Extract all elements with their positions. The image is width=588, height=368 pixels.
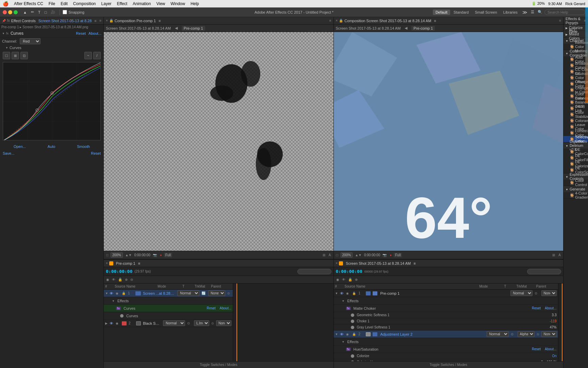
timeline-left-close[interactable]: × (106, 261, 108, 265)
lr1-name[interactable]: Pre-comp 1 (380, 291, 507, 295)
minimize-window-btn[interactable] (8, 10, 12, 14)
maximize-window-btn[interactable] (14, 10, 18, 14)
layer1-solo[interactable]: ◉ (116, 292, 120, 295)
tl-left-time[interactable]: 0:00:00:00 (106, 269, 132, 274)
playhead-right[interactable] (562, 283, 562, 361)
layer2-vis[interactable]: 👁 (110, 321, 114, 325)
lr1-parent[interactable]: None (541, 290, 557, 296)
lr2-parent[interactable]: None (541, 331, 557, 337)
tl-right-expand-btn[interactable]: ⊕ (354, 277, 359, 282)
menu-window[interactable]: Window (170, 1, 185, 6)
comp-left-precomp-tab[interactable]: Pre-comp 1 (182, 26, 205, 31)
layer2-expand[interactable]: ▶ (105, 322, 108, 325)
matte-choker-about[interactable]: About... (545, 306, 556, 310)
effect-color-stabilizer[interactable]: 🎨 Color Stabilizer (564, 111, 588, 118)
layer1-name[interactable]: Screen ...at 8.28.14 AM.png (143, 291, 175, 295)
close-window-btn[interactable] (3, 10, 7, 14)
layer-right-1[interactable]: ▼ 👁 ◉ 🔒 1 Pre-comp 1 Normal ⊙ (334, 290, 558, 297)
lr2-trkmat[interactable]: Alpha (518, 331, 535, 337)
smooth-btn[interactable]: Smooth (77, 144, 90, 149)
lr1-mode[interactable]: Normal (510, 290, 533, 296)
layer-row-1[interactable]: ▼ 👁 ◉ 🔒 1 Screen ...at 8.28.14 AM.png No… (104, 290, 233, 297)
comp-left-quality[interactable]: Full (164, 253, 172, 257)
comp-left-zoom[interactable]: 200% (111, 252, 123, 258)
bottom-bar-left[interactable]: Toggle Switches / Modes (104, 361, 333, 368)
menu-file[interactable]: File (49, 1, 55, 6)
tl-collapse-btn[interactable]: ⊖ (129, 277, 134, 282)
hue-sat-reset[interactable]: Reset (532, 347, 541, 351)
layer2-name[interactable]: Black Solid 1 (143, 321, 160, 325)
tl-right-lock-btn[interactable]: 🔒 (347, 277, 353, 282)
comp-left-grid-btn[interactable]: ⊞ (322, 253, 326, 257)
layer2-trkmat[interactable]: L.Inv (194, 320, 209, 326)
layer1-vis[interactable]: 👁 (110, 291, 114, 295)
lr1-solo[interactable]: ◉ (346, 292, 351, 295)
layer2-parent[interactable]: None (216, 320, 231, 326)
panel-menu-btn[interactable]: ☰ (529, 9, 536, 15)
workspace-small-screen[interactable]: Small Screen (472, 10, 500, 15)
menu-composition[interactable]: Composition (73, 1, 96, 6)
tl-lock-btn[interactable]: 🔒 (117, 277, 123, 282)
playhead-left[interactable] (236, 283, 237, 361)
apple-menu[interactable]: 🍎 (3, 1, 9, 6)
layer-right-2[interactable]: ▼ 👁 ◉ 🔒 2 Adjustment Layer 2 Normal ⊙ (334, 331, 558, 338)
workspace-standard[interactable]: Standard (451, 10, 472, 15)
curves-pencil-btn[interactable]: ⊡ (20, 52, 28, 59)
panel-pin[interactable]: 📌 (2, 19, 6, 22)
comp-right-quality[interactable]: Full (394, 253, 402, 257)
lr1-vis[interactable]: 👁 (340, 291, 345, 295)
bottom-bar-right[interactable]: Toggle Switches / Modes (334, 361, 564, 368)
more-workspaces-btn[interactable]: ≫ (521, 9, 529, 16)
comp-right-display-btn[interactable]: □ (335, 253, 339, 257)
comp-right-alpha-btn[interactable]: A (557, 253, 562, 257)
comp-right-camera-btn[interactable]: 📷 (381, 253, 388, 257)
layer1-mode[interactable]: Normal (177, 290, 199, 296)
comp-right-zoom[interactable]: 200% (341, 252, 353, 258)
curves-square-btn[interactable]: □ (3, 52, 10, 59)
curves-pen-btn[interactable]: / (93, 52, 101, 59)
menu-help[interactable]: Help (191, 1, 199, 6)
curves-canvas[interactable] (3, 62, 101, 140)
curves-spline-btn[interactable]: ~ (84, 52, 92, 59)
comp-panel-left-close[interactable]: × (106, 19, 108, 22)
selection-tool[interactable]: ▲ (22, 10, 28, 15)
comp-right-precomp-tab[interactable]: Pre-comp 1 (411, 26, 435, 31)
comp-panel-right-lock[interactable]: 🔒 (339, 19, 343, 22)
comp-left-camera-btn[interactable]: 📷 (152, 253, 158, 257)
channel-select[interactable]: RedGreenBlueAlpha (20, 38, 40, 44)
matte-choker-reset[interactable]: Reset (532, 306, 541, 310)
tl-right-close[interactable]: × (336, 261, 338, 265)
comp-left-expand-btn[interactable]: ▲▼ (124, 253, 133, 257)
lr2-vis[interactable]: 👁 (340, 332, 345, 336)
comp-left-source[interactable]: Screen Shot 2017-05-13 at 8.28.14 AM (106, 26, 171, 30)
open-btn[interactable]: Open... (14, 144, 26, 149)
fx-curves-about[interactable]: About... (220, 306, 231, 310)
effects-r1-expand[interactable] (342, 299, 345, 303)
comp-panel-right-menu[interactable]: ≡ (559, 19, 561, 22)
tl-right-time[interactable]: 0:00:00:00 (336, 269, 362, 274)
layer1-parent[interactable]: None (208, 290, 225, 296)
auto-btn[interactable]: Auto (48, 144, 55, 149)
hue-sat-row[interactable]: fx Hue/Saturation Reset About... (334, 346, 558, 353)
curves-sub-arrow[interactable] (5, 46, 8, 49)
comp-viewer-right[interactable]: 64° (334, 32, 564, 251)
tl-right-solo-btn[interactable]: ◉ (335, 277, 340, 282)
comp-viewer-left[interactable] (104, 32, 333, 251)
layer1-lock[interactable]: 🔒 (122, 292, 127, 295)
lr2-mode[interactable]: Normal (487, 331, 509, 337)
effects-1-expand[interactable] (112, 299, 115, 303)
fx-curves-row[interactable]: fx Curves Reset About... (104, 305, 233, 312)
panel-menu-icon[interactable]: ≡ (99, 19, 101, 22)
layer-row-2[interactable]: ▶ 👁 ◉ 2 Black Solid 1 Normal ⊙ (104, 320, 233, 327)
text-tool[interactable]: T (37, 10, 42, 15)
tl-right-search[interactable] (527, 269, 561, 274)
menu-layer[interactable]: Layer (101, 1, 112, 6)
camera-tool[interactable]: 🎥 (49, 9, 57, 15)
tl-left-menu[interactable]: ≡ (138, 261, 140, 265)
cat-bcc-mixed-colors-header[interactable]: BCC Mixed Colors (564, 31, 588, 37)
workspace-default[interactable]: Default (433, 10, 450, 15)
comp-panel-right-close[interactable]: × (336, 19, 338, 22)
curves-about-btn[interactable]: About... (88, 31, 101, 35)
effects-r2-expand[interactable] (342, 340, 345, 343)
save-btn[interactable]: Save... (3, 151, 14, 155)
